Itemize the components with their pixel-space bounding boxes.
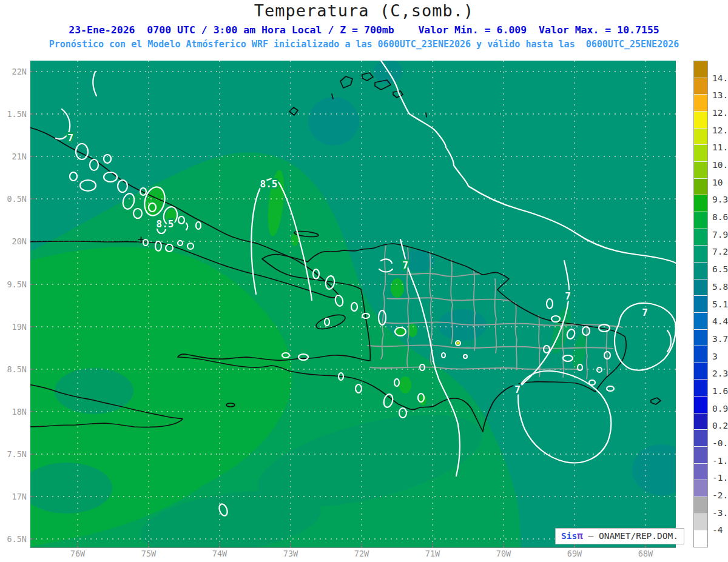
valid-time-line: 23-Ene-2026 0700 UTC / 3:00 am Hora Loca… <box>0 24 728 36</box>
colorbar-cell <box>694 212 707 229</box>
colorbar-cell <box>694 363 707 380</box>
colorbar-cell <box>694 112 707 129</box>
colorbar-cell <box>694 162 707 179</box>
colorbar-label: 1.6 <box>712 386 728 396</box>
colorbar-cell <box>694 530 707 547</box>
colorbar-cell <box>694 330 707 347</box>
colorbar-label: 0.9 <box>712 403 728 414</box>
colorbar-cell <box>694 95 707 112</box>
weather-map-page: Temperatura (C,somb.) 23-Ene-2026 0700 U… <box>0 0 728 562</box>
lat-label: 19N <box>0 321 27 332</box>
colorbar-cell <box>694 313 707 330</box>
colorbar-label: -3.3 <box>712 507 728 518</box>
colorbar-cell <box>694 279 707 296</box>
colorbar-cell <box>694 464 707 481</box>
colorbar-label: 5.8 <box>712 281 728 292</box>
colorbar-cell <box>694 380 707 396</box>
colorbar-label: 12.8 <box>712 107 728 118</box>
lon-label: 74W <box>206 549 233 558</box>
colorbar-label: -0.5 <box>712 438 728 449</box>
colorbar-label: 10 <box>712 177 723 188</box>
lat-label: 17N <box>0 491 27 502</box>
lon-label: 69W <box>561 549 588 558</box>
colorbar-cell <box>694 346 707 363</box>
colorbar-cell <box>694 396 707 413</box>
colorbar-label: 6.5 <box>712 264 728 275</box>
map-canvas: 78.58.57777 <box>30 61 676 548</box>
colorbar-label: 11.4 <box>712 142 728 153</box>
lon-label: 68W <box>632 549 659 558</box>
watermark-org: ONAMET/REP.DOM. <box>599 531 678 541</box>
contour-label: 7 <box>67 132 73 144</box>
watermark-pi-icon: π <box>577 530 583 541</box>
watermark-box: Sisπ – ONAMET/REP.DOM. <box>555 528 684 544</box>
colorbar-cell <box>694 514 707 531</box>
colorbar-label: 0.2 <box>712 420 728 431</box>
lat-label: 9.5N <box>0 279 27 290</box>
colorbar-label: -4 <box>712 524 723 535</box>
lon-label: 75W <box>135 549 162 558</box>
contour-label: 7 <box>402 259 408 271</box>
colorbar-label: 3 <box>712 351 718 362</box>
colorbar-label: 8.6 <box>712 212 728 222</box>
colorbar-label: 13.5 <box>712 90 728 101</box>
lat-label: 1.5N <box>0 109 27 119</box>
lat-label: 0.5N <box>0 193 27 204</box>
lat-label: 7.5N <box>0 449 27 460</box>
colorbar-cell <box>694 195 707 212</box>
contour-label: 7 <box>514 384 521 395</box>
colorbar-label: 9.3 <box>712 194 728 205</box>
colorbar-cell <box>694 263 707 279</box>
lon-label: 72W <box>348 549 375 558</box>
colorbar-cell <box>694 229 707 246</box>
colorbar-cell <box>694 497 707 514</box>
colorbar-label: 7.2 <box>712 246 728 257</box>
colorbar-cell <box>694 413 707 430</box>
lat-label: 21N <box>0 151 27 162</box>
colorbar-label: 3.7 <box>712 333 728 344</box>
colorbar-cell <box>694 447 707 464</box>
lat-label: 22N <box>0 66 27 77</box>
colorbar-label: 14.2 <box>712 73 728 84</box>
colorbar-cell <box>694 61 707 78</box>
lon-label: 70W <box>490 549 517 558</box>
colorbar-cell <box>694 480 707 497</box>
colorbar-label: 5.1 <box>712 299 728 310</box>
colorbar-cell <box>694 430 707 447</box>
colorbar-cell <box>694 246 707 263</box>
contour-label: 7 <box>565 290 571 302</box>
contour-label: 8.5 <box>260 178 278 190</box>
colorbar-cell <box>694 145 707 162</box>
colorbar-label: 2.3 <box>712 368 728 379</box>
colorbar-label: 12.1 <box>712 125 728 136</box>
watermark-separator: – <box>583 531 599 541</box>
lon-label: 71W <box>419 549 446 558</box>
colorbar-label: 7.9 <box>712 229 728 240</box>
colorbar-label: -1.9 <box>712 472 728 483</box>
colorbar-label: -2.6 <box>712 490 728 501</box>
colorbar-cell <box>694 296 707 313</box>
lon-label: 76W <box>64 549 91 558</box>
watermark-sis: Sis <box>561 531 577 541</box>
colorbar-label: 4.4 <box>712 316 728 327</box>
colorbar-label: 10.7 <box>712 159 728 170</box>
lat-label: 6.5N <box>0 534 27 544</box>
contour-label: 8.5 <box>157 218 174 230</box>
lon-label: 73W <box>277 549 304 558</box>
hot-spot-speck <box>457 342 460 345</box>
lat-label: 20N <box>0 236 27 247</box>
forecast-info-line: Pronóstico con el Modelo Atmósferico WRF… <box>0 39 728 50</box>
page-title: Temperatura (C,somb.) <box>0 1 728 20</box>
temperature-shading <box>30 61 676 547</box>
colorbar-cell <box>694 78 707 95</box>
colorbar <box>693 61 708 547</box>
lat-label: 18N <box>0 406 27 417</box>
colorbar-label: -1.2 <box>712 455 728 466</box>
contour-label: 7 <box>642 307 648 318</box>
colorbar-cell <box>694 179 707 196</box>
colorbar-cell <box>694 129 707 146</box>
lat-label: 8.5N <box>0 364 27 375</box>
